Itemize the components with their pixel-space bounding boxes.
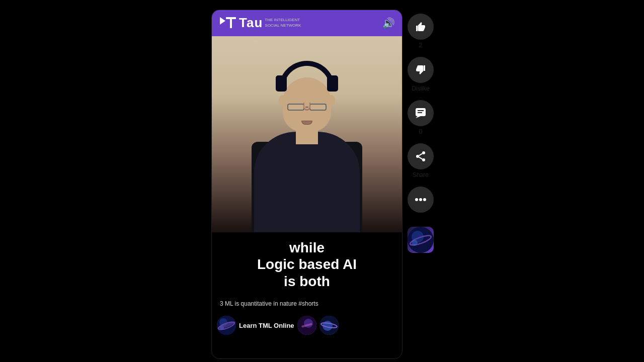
dislike-icon-svg: [414, 63, 427, 76]
share-icon-svg: [415, 150, 427, 162]
svg-point-6: [220, 326, 224, 330]
channel-avatar[interactable]: [217, 316, 236, 335]
comment-icon-svg: [415, 107, 427, 119]
right-panel: [439, 0, 644, 362]
sound-icon[interactable]: 🔊: [382, 17, 395, 29]
svg-line-21: [419, 157, 423, 159]
more-button[interactable]: [408, 187, 434, 215]
svg-marker-0: [220, 17, 225, 25]
share-button[interactable]: Share: [408, 143, 434, 178]
thumbs-up-icon: [408, 14, 434, 40]
video-description: 3 ML is quantitative in nature #shorts: [212, 295, 402, 312]
channel-avatar2[interactable]: [297, 316, 316, 335]
more-icon-svg: [415, 198, 427, 202]
more-icon: [408, 187, 434, 213]
avatar2-svg: [297, 316, 316, 335]
avatar-planet-img: [217, 316, 236, 335]
thumbnail-svg: [408, 227, 434, 253]
dislike-button[interactable]: Dislike: [408, 57, 434, 92]
avatar3-svg: [319, 316, 339, 335]
svg-point-4: [219, 318, 227, 326]
subtitle-line2: Logic based AI: [222, 256, 392, 273]
app-name: Tau: [239, 15, 263, 31]
left-panel: [0, 0, 211, 362]
share-icon: [408, 143, 434, 169]
app-tagline: THE INTELLIGENT SOCIAL NETWORK: [265, 18, 301, 28]
tau-icon: [219, 16, 237, 31]
channel-avatar3[interactable]: [319, 316, 339, 335]
subtitle-line1: while: [222, 239, 392, 256]
svg-line-20: [419, 153, 423, 155]
share-label: Share: [413, 171, 429, 178]
right-sidebar: 2 Dislike: [403, 10, 439, 257]
channel-row: Learn TML Online: [212, 312, 402, 339]
svg-marker-14: [416, 116, 421, 118]
video-frame[interactable]: [212, 36, 402, 232]
svg-point-22: [415, 198, 418, 201]
comment-button[interactable]: 0: [408, 100, 434, 135]
avatar-svg: [217, 316, 236, 335]
svg-point-23: [419, 198, 422, 201]
svg-rect-2: [230, 19, 232, 28]
subtitle-line3: is both: [222, 273, 392, 290]
like-icon-svg: [414, 20, 427, 33]
comment-count: 0: [419, 128, 423, 135]
dislike-label: Dislike: [412, 85, 429, 92]
description-text: 3 ML is quantitative in nature #shorts: [220, 300, 318, 307]
tau-logo: Tau THE INTELLIGENT SOCIAL NETWORK: [219, 15, 301, 31]
subtitle-area: while Logic based AI is both: [212, 232, 402, 295]
main-container: Tau THE INTELLIGENT SOCIAL NETWORK 🔊: [0, 0, 644, 362]
center-area: Tau THE INTELLIGENT SOCIAL NETWORK 🔊: [211, 4, 439, 359]
bottom-thumbnail[interactable]: [408, 227, 434, 253]
thumbs-down-icon: [408, 57, 434, 83]
channel-name[interactable]: Learn TML Online: [239, 322, 294, 329]
svg-rect-1: [226, 17, 236, 19]
like-count: 2: [419, 42, 423, 49]
svg-point-24: [423, 198, 426, 201]
like-button[interactable]: 2: [408, 14, 434, 49]
video-card: Tau THE INTELLIGENT SOCIAL NETWORK 🔊: [211, 10, 403, 359]
video-header: Tau THE INTELLIGENT SOCIAL NETWORK 🔊: [212, 10, 402, 36]
comment-icon: [408, 100, 434, 126]
svg-point-28: [412, 240, 418, 246]
